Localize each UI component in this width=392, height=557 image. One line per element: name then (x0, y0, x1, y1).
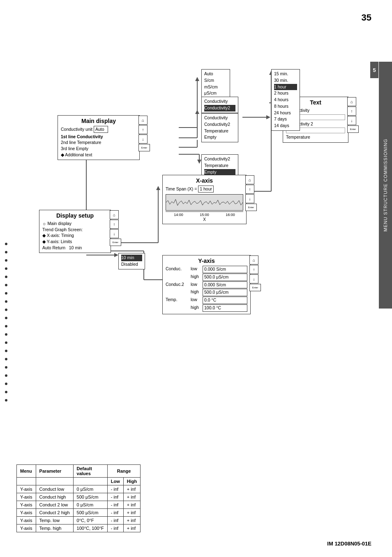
time-24hours[interactable]: 24 hours (274, 110, 297, 116)
bullet-dot (5, 251, 7, 253)
time-7days[interactable]: 7 days (274, 116, 297, 123)
line2-conductivity2[interactable]: Conductivity2 (204, 156, 235, 162)
waveform-display (166, 194, 243, 211)
conductivity-unit-value[interactable]: Auto (94, 126, 108, 133)
bullet-dot (5, 325, 7, 327)
row2-low: - inf (107, 493, 123, 501)
row4-param: Conduct 2 high (36, 509, 73, 517)
time-span-value[interactable]: 1 hour (198, 186, 214, 193)
unit-auto[interactable]: Auto (204, 71, 227, 77)
cond-select-conductivity2[interactable]: Conductivity2 (204, 105, 235, 111)
up-button-main[interactable]: ↑ (138, 125, 148, 134)
row1-low: - inf (107, 485, 123, 493)
time-30min[interactable]: 30 min. (274, 77, 297, 84)
x-axis-label: X (166, 217, 243, 222)
time-15min[interactable]: 15 min. (274, 71, 297, 77)
down-button-text[interactable]: ↓ (347, 116, 356, 125)
main-display-box: Main display ⌂ ↑ ↓ Enter Conductivity un… (58, 115, 140, 160)
yaxis-values-grid: Conduc. low 0.000 S/cm high 500.0 μS/cm … (166, 266, 247, 312)
time-8hours[interactable]: 8 hours (274, 103, 297, 110)
row3-menu: Y-axis (17, 501, 36, 509)
time-label-2: 15:00 (200, 213, 209, 217)
enter-button-main[interactable]: Enter (138, 144, 150, 151)
bullet-dot (5, 243, 7, 245)
bullet-dot (5, 317, 7, 319)
auto-return-disabled[interactable]: Disabled (121, 261, 142, 268)
row5-param: Temp. low (36, 517, 73, 525)
time-4hours[interactable]: 4 hours (274, 97, 297, 103)
up-button-xaxis[interactable]: ↑ (245, 185, 254, 194)
line2-temperature[interactable]: Temperature (204, 162, 235, 169)
line-select-list[interactable]: Conductivity Conductivity2 Temperature E… (201, 113, 238, 142)
home-button-xaxis[interactable]: ⌂ (245, 175, 254, 184)
svg-marker-15 (195, 110, 199, 114)
down-button-main[interactable]: ↓ (138, 135, 148, 144)
row4-default: 500 μS/cm (73, 509, 107, 517)
conduc2-low-value[interactable]: 0.000 S/cm (203, 281, 247, 289)
conduc-low-value[interactable]: 0.000 S/cm (203, 266, 247, 273)
up-button-display[interactable]: ↑ (110, 220, 119, 229)
time-1hour[interactable]: 1 hour (274, 84, 297, 91)
xaxis-time-list[interactable]: 15 min. 30 min. 1 hour 2 hours 4 hours 8… (271, 69, 300, 131)
footer-text: IM 12D08N05-01E (327, 541, 371, 547)
conduc-high-value[interactable]: 500.0 μS/cm (203, 274, 247, 281)
row5-default: 0°C, 0°F (73, 517, 107, 525)
row3-default: 0 μS/cm (73, 501, 107, 509)
conduc2-empty (166, 289, 190, 296)
home-button-text[interactable]: ⌂ (347, 97, 356, 106)
bullet-dot (5, 374, 7, 377)
conductivity-select-list[interactable]: Conductivity Conductivity2 (201, 97, 238, 113)
main-display-link[interactable]: ☼ Main display (42, 220, 108, 227)
enter-button-display[interactable]: Enter (110, 239, 121, 246)
auto-return-list[interactable]: 10 min Disabled (118, 253, 145, 269)
line-conductivity2[interactable]: Conductivity2 (204, 121, 235, 128)
table-header-low: Low (107, 478, 123, 485)
bullet-dot (5, 366, 7, 369)
row4-high: + inf (123, 509, 140, 517)
temp-low-value[interactable]: 0.0 °C (203, 297, 247, 304)
down-button-xaxis[interactable]: ↓ (245, 194, 254, 203)
conduc-high-label: high (191, 274, 202, 281)
unit-scm[interactable]: S/cm (204, 77, 227, 84)
table-header-default: Defaultvalues (73, 465, 107, 478)
enter-button-xaxis[interactable]: Enter (245, 204, 257, 211)
svg-marker-17 (266, 115, 270, 119)
svg-marker-5 (156, 186, 160, 190)
row2-param: Conduct high (36, 493, 73, 501)
yaxis-box: Y-axis ⌂ ↑ ↓ Enter Conduc. low 0.000 S/c… (162, 255, 251, 314)
home-button-yaxis[interactable]: ⌂ (249, 255, 258, 265)
enter-button-yaxis[interactable]: Enter (249, 284, 261, 291)
line-empty[interactable]: Empty (204, 134, 235, 141)
row4-menu: Y-axis (17, 509, 36, 517)
unit-uscm[interactable]: μS/cm (204, 90, 227, 97)
temp-high-value[interactable]: 100.0 °C (203, 304, 247, 312)
conduc2-high-value[interactable]: 500.0 μS/cm (203, 289, 247, 296)
conduc-empty (166, 274, 190, 281)
temp-empty (166, 304, 190, 312)
down-button-display[interactable]: ↓ (110, 229, 119, 238)
svg-marker-29 (114, 253, 118, 257)
conduc2-label: Conduc.2 (166, 281, 190, 289)
bullet-dot (5, 333, 7, 336)
up-button-yaxis[interactable]: ↑ (249, 265, 258, 274)
line2-select-list[interactable]: Conductivity2 Temperature Empty (201, 154, 238, 177)
up-button-text[interactable]: ↑ (347, 107, 356, 116)
unit-mscm[interactable]: mS/cm (204, 84, 227, 91)
bullet-list (5, 243, 7, 402)
table-row: Y-axis Temp. high 100°C, 100°F - inf + i… (17, 525, 141, 532)
down-button-yaxis[interactable]: ↓ (249, 274, 258, 283)
cond-select-conductivity[interactable]: Conductivity (204, 98, 235, 105)
line2-empty[interactable]: Empty (204, 169, 235, 176)
line-conductivity[interactable]: Conductivity (204, 115, 235, 121)
time-2hours[interactable]: 2 hours (274, 90, 297, 97)
home-button-display[interactable]: ⌂ (110, 210, 119, 219)
line-temperature[interactable]: Temperature (204, 128, 235, 135)
bullet-dot (5, 358, 7, 360)
auto-return-10min[interactable]: 10 min (121, 255, 142, 261)
xaxis-timing-link[interactable]: ◆ X-axis: Timing (42, 232, 108, 239)
home-button-main[interactable]: ⌂ (138, 116, 148, 125)
third-line-row: 3rd line Empty (61, 146, 136, 152)
time-14days[interactable]: 14 days (274, 123, 297, 129)
enter-button-text[interactable]: Enter (347, 125, 359, 133)
yaxis-limits-link[interactable]: ◆ Y-axis: Limits (42, 239, 108, 245)
